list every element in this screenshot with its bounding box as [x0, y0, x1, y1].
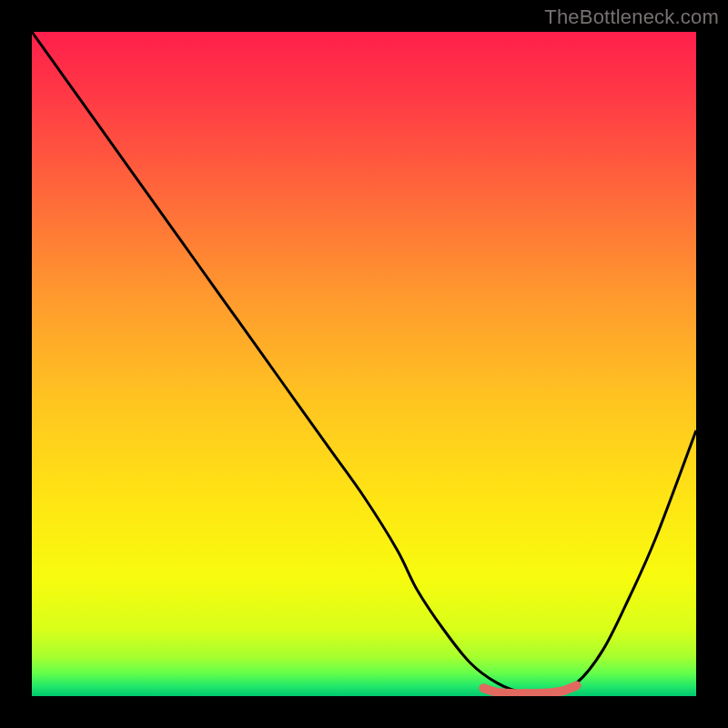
gradient-background	[32, 32, 696, 696]
watermark-text: TheBottleneck.com	[544, 5, 719, 29]
chart-frame: TheBottleneck.com	[0, 0, 728, 728]
plot-area	[32, 32, 696, 696]
bottleneck-chart	[32, 32, 696, 696]
